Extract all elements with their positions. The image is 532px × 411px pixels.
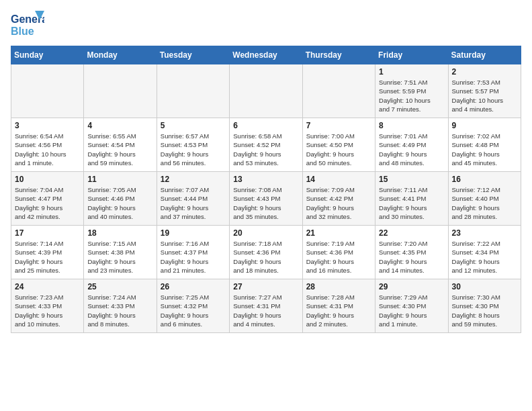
calendar-table: SundayMondayTuesdayWednesdayThursdayFrid… [11,46,521,333]
day-cell: 16Sunrise: 7:12 AM Sunset: 4:40 PM Dayli… [448,172,521,226]
day-number: 2 [452,67,517,77]
day-info: Sunrise: 7:04 AM Sunset: 4:47 PM Dayligh… [15,185,80,221]
day-cell: 20Sunrise: 7:18 AM Sunset: 4:36 PM Dayli… [230,226,302,279]
day-info: Sunrise: 7:53 AM Sunset: 5:57 PM Dayligh… [452,78,517,113]
day-info: Sunrise: 7:14 AM Sunset: 4:39 PM Dayligh… [15,239,80,275]
day-number: 20 [233,228,298,238]
day-info: Sunrise: 7:11 AM Sunset: 4:41 PM Dayligh… [379,185,444,221]
day-cell: 4Sunrise: 6:55 AM Sunset: 4:54 PM Daylig… [84,118,157,172]
weekday-header-tuesday: Tuesday [157,46,229,64]
day-number: 16 [452,175,517,184]
day-number: 10 [15,175,80,184]
day-info: Sunrise: 6:55 AM Sunset: 4:54 PM Dayligh… [87,132,152,167]
day-cell: 5Sunrise: 6:57 AM Sunset: 4:53 PM Daylig… [157,118,229,172]
day-number: 8 [379,121,444,130]
weekday-header-wednesday: Wednesday [230,46,302,64]
day-cell: 25Sunrise: 7:24 AM Sunset: 4:33 PM Dayli… [84,279,157,333]
day-number: 30 [452,282,517,291]
day-info: Sunrise: 7:12 AM Sunset: 4:40 PM Dayligh… [452,185,517,221]
day-info: Sunrise: 6:57 AM Sunset: 4:53 PM Dayligh… [161,132,226,167]
day-info: Sunrise: 7:24 AM Sunset: 4:33 PM Dayligh… [87,293,152,328]
week-row-1: 1Sunrise: 7:51 AM Sunset: 5:59 PM Daylig… [11,64,521,118]
day-cell: 21Sunrise: 7:19 AM Sunset: 4:36 PM Dayli… [302,226,375,279]
day-info: Sunrise: 7:15 AM Sunset: 4:38 PM Dayligh… [87,239,152,275]
day-cell: 3Sunrise: 6:54 AM Sunset: 4:56 PM Daylig… [11,118,84,172]
day-info: Sunrise: 7:28 AM Sunset: 4:31 PM Dayligh… [306,293,371,328]
day-number: 7 [306,121,371,130]
day-cell: 15Sunrise: 7:11 AM Sunset: 4:41 PM Dayli… [375,172,448,226]
day-cell: 6Sunrise: 6:58 AM Sunset: 4:52 PM Daylig… [230,118,302,172]
logo: GeneralBlue [11,11,44,39]
weekday-header-saturday: Saturday [448,46,521,64]
day-cell: 22Sunrise: 7:20 AM Sunset: 4:35 PM Dayli… [375,226,448,279]
day-info: Sunrise: 7:01 AM Sunset: 4:49 PM Dayligh… [379,132,444,167]
day-number: 9 [452,121,517,130]
day-number: 11 [87,175,152,184]
weekday-header-monday: Monday [84,46,157,64]
day-cell: 30Sunrise: 7:30 AM Sunset: 4:30 PM Dayli… [448,279,521,333]
page-header: GeneralBlue [11,11,521,39]
day-cell: 19Sunrise: 7:16 AM Sunset: 4:37 PM Dayli… [157,226,229,279]
week-row-3: 10Sunrise: 7:04 AM Sunset: 4:47 PM Dayli… [11,172,521,226]
day-cell: 9Sunrise: 7:02 AM Sunset: 4:48 PM Daylig… [448,118,521,172]
weekday-header-friday: Friday [375,46,448,64]
day-number: 5 [161,121,226,130]
day-number: 23 [452,228,517,238]
day-info: Sunrise: 7:19 AM Sunset: 4:36 PM Dayligh… [306,239,371,275]
day-info: Sunrise: 7:20 AM Sunset: 4:35 PM Dayligh… [379,239,444,275]
week-row-4: 17Sunrise: 7:14 AM Sunset: 4:39 PM Dayli… [11,226,521,279]
day-cell: 26Sunrise: 7:25 AM Sunset: 4:32 PM Dayli… [157,279,229,333]
day-cell: 29Sunrise: 7:29 AM Sunset: 4:30 PM Dayli… [375,279,448,333]
day-number: 6 [233,121,298,130]
day-number: 13 [233,175,298,184]
day-cell: 7Sunrise: 7:00 AM Sunset: 4:50 PM Daylig… [302,118,375,172]
day-number: 29 [379,282,444,291]
day-info: Sunrise: 7:25 AM Sunset: 4:32 PM Dayligh… [161,293,226,328]
day-info: Sunrise: 7:09 AM Sunset: 4:42 PM Dayligh… [306,185,371,221]
day-number: 15 [379,175,444,184]
day-cell: 11Sunrise: 7:05 AM Sunset: 4:46 PM Dayli… [84,172,157,226]
day-cell: 23Sunrise: 7:22 AM Sunset: 4:34 PM Dayli… [448,226,521,279]
day-info: Sunrise: 7:16 AM Sunset: 4:37 PM Dayligh… [161,239,226,275]
day-cell: 18Sunrise: 7:15 AM Sunset: 4:38 PM Dayli… [84,226,157,279]
day-cell [157,64,229,118]
day-cell: 17Sunrise: 7:14 AM Sunset: 4:39 PM Dayli… [11,226,84,279]
day-cell: 27Sunrise: 7:27 AM Sunset: 4:31 PM Dayli… [230,279,302,333]
day-cell: 2Sunrise: 7:53 AM Sunset: 5:57 PM Daylig… [448,64,521,118]
day-info: Sunrise: 7:23 AM Sunset: 4:33 PM Dayligh… [15,293,80,328]
day-info: Sunrise: 6:54 AM Sunset: 4:56 PM Dayligh… [15,132,80,167]
day-info: Sunrise: 6:58 AM Sunset: 4:52 PM Dayligh… [233,132,298,167]
day-number: 22 [379,228,444,238]
day-cell: 1Sunrise: 7:51 AM Sunset: 5:59 PM Daylig… [375,64,448,118]
day-number: 28 [306,282,371,291]
day-cell: 28Sunrise: 7:28 AM Sunset: 4:31 PM Dayli… [302,279,375,333]
day-info: Sunrise: 7:07 AM Sunset: 4:44 PM Dayligh… [161,185,226,221]
day-number: 12 [161,175,226,184]
day-number: 1 [379,67,444,77]
day-info: Sunrise: 7:30 AM Sunset: 4:30 PM Dayligh… [452,293,517,328]
day-info: Sunrise: 7:29 AM Sunset: 4:30 PM Dayligh… [379,293,444,328]
day-number: 21 [306,228,371,238]
day-info: Sunrise: 7:51 AM Sunset: 5:59 PM Dayligh… [379,78,444,113]
day-cell: 10Sunrise: 7:04 AM Sunset: 4:47 PM Dayli… [11,172,84,226]
day-number: 14 [306,175,371,184]
day-cell: 13Sunrise: 7:08 AM Sunset: 4:43 PM Dayli… [230,172,302,226]
day-number: 17 [15,228,80,238]
day-info: Sunrise: 7:02 AM Sunset: 4:48 PM Dayligh… [452,132,517,167]
day-number: 18 [87,228,152,238]
day-info: Sunrise: 7:05 AM Sunset: 4:46 PM Dayligh… [87,185,152,221]
weekday-header-thursday: Thursday [302,46,375,64]
day-info: Sunrise: 7:18 AM Sunset: 4:36 PM Dayligh… [233,239,298,275]
weekday-header-row: SundayMondayTuesdayWednesdayThursdayFrid… [11,46,521,64]
logo-svg: GeneralBlue [11,11,44,39]
day-number: 26 [161,282,226,291]
week-row-5: 24Sunrise: 7:23 AM Sunset: 4:33 PM Dayli… [11,279,521,333]
week-row-2: 3Sunrise: 6:54 AM Sunset: 4:56 PM Daylig… [11,118,521,172]
day-number: 27 [233,282,298,291]
day-cell: 24Sunrise: 7:23 AM Sunset: 4:33 PM Dayli… [11,279,84,333]
day-info: Sunrise: 7:27 AM Sunset: 4:31 PM Dayligh… [233,293,298,328]
day-cell: 12Sunrise: 7:07 AM Sunset: 4:44 PM Dayli… [157,172,229,226]
svg-text:Blue: Blue [11,26,34,37]
day-cell [302,64,375,118]
weekday-header-sunday: Sunday [11,46,84,64]
